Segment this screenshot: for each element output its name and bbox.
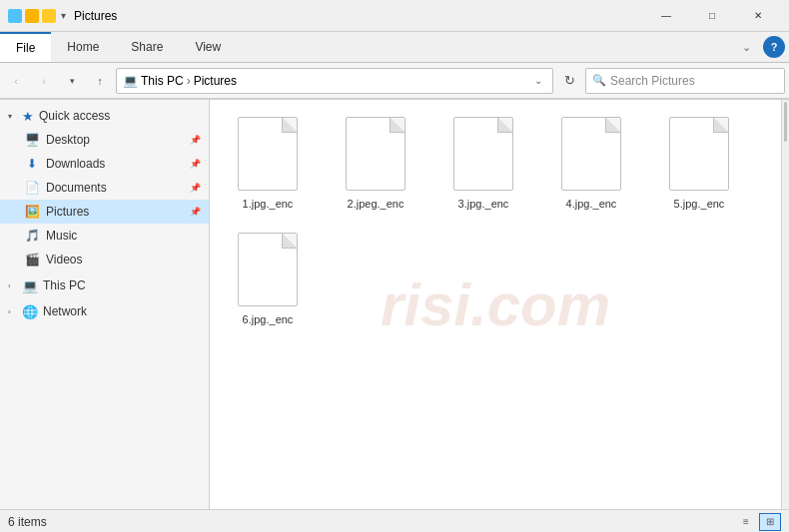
file-item-1[interactable]: 2.jpeg._enc <box>326 108 425 216</box>
documents-label: Documents <box>46 181 186 195</box>
file-icon-2 <box>448 114 518 194</box>
expand-arrow-quickaccess: ▾ <box>8 112 18 121</box>
search-box[interactable]: 🔍 Search Pictures <box>585 68 785 94</box>
tb-icon-3[interactable] <box>42 9 56 23</box>
view-icons-button[interactable]: ⊞ <box>759 513 781 531</box>
sidebar-item-music[interactable]: 🎵 Music <box>0 224 209 248</box>
quick-access-header[interactable]: ▾ ★ Quick access <box>0 104 209 128</box>
this-pc-header[interactable]: › 💻 This PC <box>0 273 209 297</box>
tab-view[interactable]: View <box>179 32 237 62</box>
file-item-4[interactable]: 5.jpg._enc <box>649 108 749 216</box>
window-title: Pictures <box>74 9 643 23</box>
search-placeholder: Search Pictures <box>610 74 695 88</box>
files-grid: 1.jpg._enc 2.jpeg._enc 3.jpg._enc 4.jpg.… <box>218 108 773 331</box>
sidebar-item-videos[interactable]: 🎬 Videos <box>0 248 209 271</box>
path-dropdown[interactable]: ⌄ <box>530 75 546 86</box>
music-icon: 🎵 <box>24 228 40 244</box>
path-thispc: 💻 Desktop This PC <box>123 74 184 88</box>
file-name-5: 6.jpg._enc <box>243 313 294 325</box>
network-label: Network <box>43 304 87 318</box>
ribbon-tabs: File Home Share View ⌄ ? <box>0 32 789 62</box>
file-icon-0 <box>233 114 303 194</box>
pin-icon-desktop: 📌 <box>190 135 201 145</box>
network-header[interactable]: › 🌐 Network <box>0 299 209 323</box>
search-icon: 🔍 <box>592 74 606 87</box>
file-page-0 <box>238 117 298 191</box>
help-button[interactable]: ? <box>763 36 785 58</box>
file-page-2 <box>453 117 513 191</box>
tab-file[interactable]: File <box>0 32 51 62</box>
sidebar-item-downloads[interactable]: ⬇ Downloads 📌 <box>0 152 209 176</box>
music-label: Music <box>46 229 201 243</box>
sidebar-section-network: › 🌐 Network <box>0 299 209 323</box>
network-icon: 🌐 <box>22 304 38 319</box>
this-pc-label: This PC <box>43 278 86 292</box>
ribbon-help: ⌄ ? <box>734 36 789 58</box>
downloads-label: Downloads <box>46 157 186 171</box>
scrollbar[interactable] <box>781 100 789 509</box>
ribbon: File Home Share View ⌄ ? <box>0 32 789 63</box>
file-name-0: 1.jpg._enc <box>243 198 294 210</box>
file-item-2[interactable]: 3.jpg._enc <box>433 108 533 216</box>
file-item-5[interactable]: 6.jpg._enc <box>218 224 318 331</box>
path-pictures: Pictures <box>194 74 237 88</box>
pin-icon-pictures: 📌 <box>190 207 201 217</box>
tb-icon-2[interactable] <box>25 9 39 23</box>
sidebar-item-pictures[interactable]: 🖼️ Pictures 📌 <box>0 200 209 224</box>
file-icon-4 <box>664 114 734 194</box>
dropdown-history-button[interactable]: ▾ <box>60 69 84 93</box>
documents-icon: 📄 <box>24 180 40 196</box>
desktop-label: Desktop <box>46 133 186 147</box>
file-page-4 <box>669 117 729 191</box>
scrollbar-thumb[interactable] <box>784 102 787 142</box>
tab-home[interactable]: Home <box>51 32 115 62</box>
forward-button[interactable]: › <box>32 69 56 93</box>
file-page-5 <box>238 233 298 306</box>
pictures-label: Pictures <box>46 205 186 219</box>
path-separator-1: › <box>187 74 191 88</box>
ribbon-dropdown[interactable]: ⌄ <box>734 41 759 54</box>
file-item-3[interactable]: 4.jpg._enc <box>541 108 641 216</box>
file-icon-1 <box>341 114 410 194</box>
view-buttons: ≡ ⊞ <box>735 513 781 531</box>
file-item-0[interactable]: 1.jpg._enc <box>218 108 318 216</box>
sidebar-item-desktop[interactable]: 🖥️ Desktop 📌 <box>0 128 209 152</box>
back-button[interactable]: ‹ <box>4 69 28 93</box>
title-icons: ▾ <box>8 9 66 23</box>
star-icon: ★ <box>22 109 34 124</box>
pin-icon-documents: 📌 <box>190 183 201 193</box>
window-controls: — □ ✕ <box>643 0 781 32</box>
videos-icon: 🎬 <box>24 252 40 267</box>
main-container: ▾ ★ Quick access 🖥️ Desktop 📌 ⬇ Download… <box>0 99 789 509</box>
thispc-icon: 💻 <box>22 278 38 293</box>
status-bar: 6 items ≡ ⊞ <box>0 509 789 532</box>
pictures-icon: 🖼️ <box>24 204 40 220</box>
pin-icon-downloads: 📌 <box>190 159 201 169</box>
tb-dropdown[interactable]: ▾ <box>61 10 66 21</box>
file-page-1 <box>346 117 405 191</box>
close-button[interactable]: ✕ <box>735 0 781 32</box>
file-name-2: 3.jpg._enc <box>458 198 509 210</box>
refresh-button[interactable]: ↻ <box>557 69 581 93</box>
tab-share[interactable]: Share <box>115 32 179 62</box>
address-bar: ‹ › ▾ ↑ 💻 Desktop This PC › Pictures ⌄ ↻… <box>0 63 789 99</box>
status-item-count: 6 items <box>8 515 735 529</box>
expand-arrow-thispc: › <box>8 281 18 290</box>
sidebar-item-documents[interactable]: 📄 Documents 📌 <box>0 176 209 200</box>
sidebar-section-thispc: › 💻 This PC <box>0 273 209 297</box>
address-path[interactable]: 💻 Desktop This PC › Pictures ⌄ <box>116 68 553 94</box>
minimize-button[interactable]: — <box>643 0 689 32</box>
file-icon-5 <box>233 230 303 309</box>
file-name-1: 2.jpeg._enc <box>348 198 404 210</box>
maximize-button[interactable]: □ <box>689 0 735 32</box>
sidebar: ▾ ★ Quick access 🖥️ Desktop 📌 ⬇ Download… <box>0 100 210 509</box>
sidebar-section-quickaccess: ▾ ★ Quick access 🖥️ Desktop 📌 ⬇ Download… <box>0 104 209 271</box>
file-page-3 <box>561 117 621 191</box>
file-name-3: 4.jpg._enc <box>566 198 617 210</box>
quick-access-label: Quick access <box>39 109 110 123</box>
up-button[interactable]: ↑ <box>88 69 112 93</box>
file-area: risi.com 1.jpg._enc 2.jpeg._enc 3.jpg._e… <box>210 100 781 509</box>
expand-arrow-network: › <box>8 307 18 316</box>
view-list-button[interactable]: ≡ <box>735 513 757 531</box>
tb-icon-1[interactable] <box>8 9 22 23</box>
